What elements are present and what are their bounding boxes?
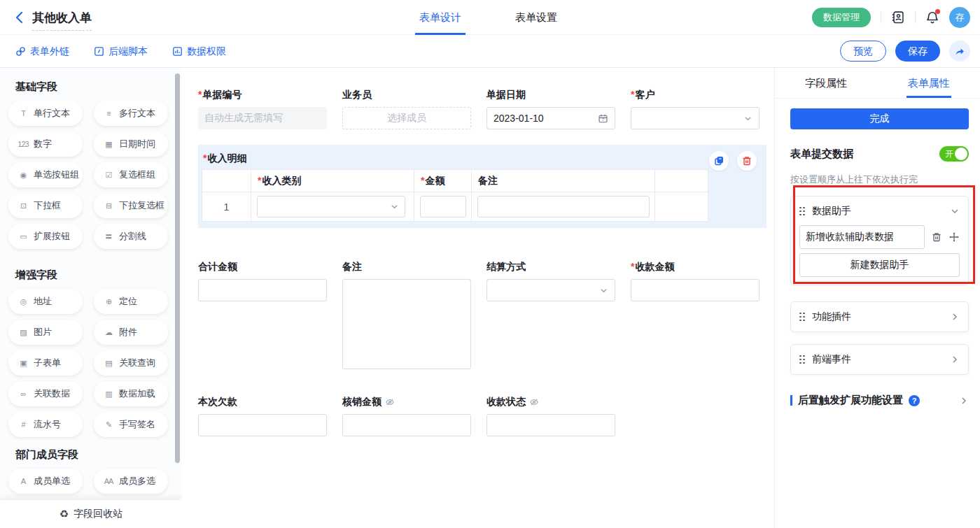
salesman-picker[interactable]: 选择成员 [342,107,471,129]
drag-handle-icon[interactable] [799,313,805,322]
script-icon [94,46,104,57]
row-remark-input[interactable] [477,196,650,217]
field-type-button[interactable]: ≡ 多行文本 [94,101,168,126]
contacts-book-icon[interactable] [891,10,905,24]
income-category-select[interactable] [257,196,405,217]
tab-form-settings[interactable]: 表单设置 [515,0,557,35]
data-permission-link[interactable]: 数据权限 [172,45,226,58]
field-type-label: 多行文本 [119,107,155,120]
field-label: 业务员 [342,89,372,101]
avatar[interactable]: 存 [949,7,970,28]
tab-form-design[interactable]: 表单设计 [419,0,461,35]
sidebar-scrollbar[interactable] [175,73,180,463]
delete-assistant-icon[interactable] [931,231,942,243]
settle-method-select[interactable] [486,279,615,301]
field-remark[interactable]: 备注 [342,261,471,369]
amount-input[interactable] [420,196,466,217]
move-assistant-icon[interactable] [948,231,960,243]
field-label: 本次欠款 [198,396,237,408]
chevron-right-icon[interactable] [950,312,960,322]
writeoff-amount-input[interactable] [342,414,471,436]
field-label: 核销金额 [342,396,382,408]
form-external-link[interactable]: 表单外链 [15,45,69,58]
link-icon [15,46,26,57]
drag-handle-icon[interactable] [799,207,805,216]
field-type-button[interactable]: 123 数字 [8,131,83,157]
receipt-amount-input[interactable] [631,279,760,301]
field-type-button[interactable]: ▨ 图片 [8,320,83,345]
chevron-down-icon[interactable] [950,206,960,216]
field-receipt-amount[interactable]: 收款金额 [631,261,760,301]
assistant-item-name[interactable]: 新增收款辅助表数据 [799,225,925,249]
doc-no-input[interactable]: 自动生成无需填写 [198,107,327,129]
field-type-label: 单行文本 [34,107,70,120]
chevron-right-icon[interactable] [950,355,960,364]
remark-textarea[interactable] [342,279,471,369]
field-type-button[interactable]: ▤ 关联查询 [94,350,168,376]
field-customer[interactable]: 客户 [631,89,760,129]
post-trigger-settings-label: 后置触发扩展功能设置 [798,394,903,407]
toggle-on-label: 开 [945,149,953,159]
field-type-button[interactable]: # 流水号 [8,412,83,437]
tab-form-properties[interactable]: 表单属性 [878,68,980,98]
field-type-label: 数据加载 [119,387,155,400]
field-settle-method[interactable]: 结算方式 [486,261,615,301]
field-type-button[interactable]: ◎ 地址 [8,289,83,314]
save-button[interactable]: 保存 [895,41,940,62]
field-type-icon: ☑ [103,171,114,180]
subform-col-remark: 备注 [472,170,655,192]
field-total-amount[interactable]: 合计金额 [198,261,327,301]
tab-field-properties[interactable]: 字段属性 [775,68,878,98]
field-type-button[interactable]: ⊕ 定位 [94,289,168,314]
field-receipt-status[interactable]: 收款状态 [486,396,615,436]
field-type-label: 关联查询 [119,357,155,369]
notification-bell-icon[interactable] [925,10,939,24]
post-trigger-settings-row[interactable]: 后置触发扩展功能设置 ? [790,394,969,407]
field-type-button[interactable]: ◉ 单选按钮组 [8,162,83,187]
help-icon[interactable]: ? [909,395,920,406]
submit-data-toggle[interactable]: 开 [939,146,969,162]
data-assistant-header[interactable]: 数据助手 [799,204,960,218]
field-type-button[interactable]: ▣ 子表单 [8,350,83,376]
field-bill-date[interactable]: 单据日期 2023-01-10 7 [486,89,615,129]
done-button[interactable]: 完成 [790,108,969,129]
field-current-debt[interactable]: 本次欠款 [198,396,327,436]
field-type-button[interactable]: T 单行文本 [8,101,83,126]
drag-handle-icon[interactable] [799,355,805,364]
data-manage-button[interactable]: 数据管理 [812,8,871,27]
field-type-button[interactable]: ☁ 附件 [94,320,168,345]
customer-select[interactable] [631,107,760,129]
back-icon[interactable] [14,11,25,24]
recycle-icon: ♻ [59,508,69,520]
total-amount-input[interactable] [198,279,327,301]
field-salesman[interactable]: 业务员 选择成员 [342,89,471,129]
field-writeoff-amount[interactable]: 核销金额 [342,396,471,436]
field-type-button[interactable]: AA 成员多选 [94,469,168,494]
frontend-event-header[interactable]: 前端事件 [799,352,960,366]
chevron-right-icon[interactable] [959,396,969,406]
current-debt-input[interactable] [198,414,327,436]
field-type-button[interactable]: ▦ 日期时间 [94,131,168,157]
delete-subform-button[interactable] [737,151,757,171]
field-doc-no[interactable]: 单据编号 自动生成无需填写 [198,89,327,129]
field-recycle-bin[interactable]: ♻ 字段回收站 [0,500,182,528]
field-type-button[interactable]: A 成员单选 [8,469,83,494]
field-type-button[interactable]: ⊟ 下拉复选框 [94,193,168,218]
field-type-button[interactable]: ⊡ 下拉框 [8,193,83,218]
function-plugin-header[interactable]: 功能插件 [799,310,960,324]
share-button[interactable] [949,41,970,62]
field-type-button[interactable]: ▭ 扩展按钮 [8,224,83,249]
field-type-button[interactable]: ∞ 关联数据 [8,381,83,406]
new-data-assistant-button[interactable]: 新建数据助手 [799,253,960,277]
preview-button[interactable]: 预览 [840,41,886,62]
subform-income-detail[interactable]: 收入明细 [198,145,766,228]
field-type-button[interactable]: ✎ 手写签名 [94,412,168,437]
copy-subform-button[interactable] [709,151,729,171]
receipt-status-input[interactable] [486,414,615,436]
field-type-button[interactable]: ☑ 复选框组 [94,162,168,187]
field-type-button[interactable]: ▥ 数据加载 [94,381,168,406]
field-type-button[interactable]: 〓 分割线 [94,224,168,249]
bill-date-input[interactable]: 2023-01-10 7 [486,107,615,129]
form-title[interactable]: 其他收入单 [32,10,92,31]
backend-script-link[interactable]: 后端脚本 [94,45,148,58]
